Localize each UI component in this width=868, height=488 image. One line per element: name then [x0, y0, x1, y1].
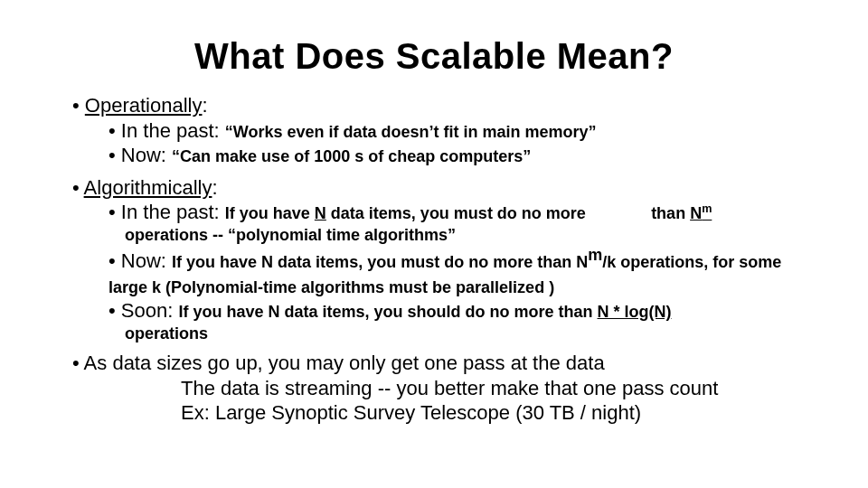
alg-past-line2: operations -- “polynomial time algorithm… — [125, 225, 814, 246]
slide: What Does Scalable Mean? Operationally: … — [0, 0, 868, 488]
alg-now-c: Polynomial-time algorithms must be paral… — [171, 278, 554, 296]
alg-past-Nm-N: N — [690, 204, 702, 222]
alg-now-lead: Now: — [121, 249, 172, 272]
alg-past-Nm-m: m — [702, 202, 712, 215]
slide-content: Operationally: In the past: “Works even … — [54, 93, 814, 426]
op-past: In the past: “Works even if data doesn’t… — [108, 118, 814, 144]
op-now-lead: Now: — [121, 144, 172, 166]
closing-l2-text: The data is streaming -- you better make… — [181, 377, 718, 399]
alg-past-Nm: Nm — [690, 204, 712, 222]
alg-now: Now: If you have N data items, you must … — [108, 245, 814, 298]
op-now-body: “Can make use of 1000 s of cheap compute… — [172, 147, 531, 165]
op-past-lead: In the past: — [121, 119, 225, 142]
section-algorithmically: Algorithmically: — [72, 175, 814, 201]
closing-l3: Ex: Large Synoptic Survey Telescope (30 … — [181, 400, 814, 426]
alg-past: In the past: If you have N data items, y… — [108, 200, 814, 225]
colon: : — [212, 176, 217, 199]
alg-past-than: than — [651, 204, 690, 222]
op-now: Now: “Can make use of 1000 s of cheap co… — [108, 143, 814, 168]
closing-l1-text: As data sizes go up, you may only get on… — [84, 352, 605, 374]
colon: : — [202, 94, 207, 117]
heading-algorithmically: Algorithmically — [84, 176, 212, 199]
alg-past-lead: In the past: — [121, 201, 225, 223]
slide-title: What Does Scalable Mean? — [54, 36, 814, 77]
alg-soon-expr: N * log(N) — [598, 303, 672, 321]
closing-l2: The data is streaming -- you better make… — [181, 376, 814, 401]
alg-now-a: If you have N data items, you must do no… — [172, 253, 588, 271]
closing-l3-text: Ex: Large Synoptic Survey Telescope (30 … — [181, 401, 641, 424]
alg-soon-lead: Soon: — [121, 299, 179, 322]
alg-past-a: If you have — [225, 204, 315, 222]
alg-soon: Soon: If you have N data items, you shou… — [108, 298, 814, 324]
op-past-body: “Works even if data doesn’t fit in main … — [225, 123, 597, 141]
alg-past-b: data items, you must do no more — [326, 204, 586, 222]
closing-l1: As data sizes go up, you may only get on… — [72, 351, 814, 376]
alg-past-N: N — [315, 204, 326, 222]
alg-now-m: m — [588, 246, 602, 264]
alg-soon-a: If you have N data items, you should do … — [178, 303, 597, 321]
alg-soon-line2: operations — [125, 324, 814, 344]
section-operationally: Operationally: — [72, 93, 814, 118]
heading-operationally: Operationally — [85, 94, 203, 117]
